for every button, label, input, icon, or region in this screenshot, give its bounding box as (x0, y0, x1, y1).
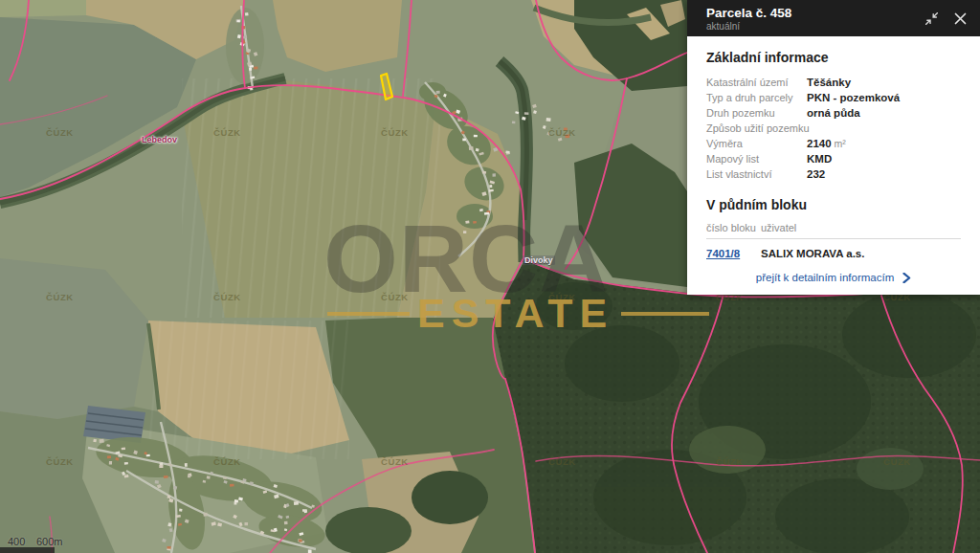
info-label: Mapový list (706, 151, 807, 166)
info-unit: m² (835, 136, 846, 151)
info-row: Mapový list KMD (706, 151, 961, 166)
soil-block-table-header: číslo bloku uživatel (706, 222, 961, 239)
chevron-right-icon (902, 273, 911, 283)
info-value: 232 (807, 166, 825, 182)
info-value: PKN - pozemková (807, 90, 900, 105)
parcel-info-panel: Parcela č. 458 aktuální Základní informa… (687, 0, 980, 295)
info-label: Katastrální území (706, 75, 807, 90)
info-value: orná půda (807, 105, 860, 121)
info-row: List vlastnictví 232 (706, 166, 961, 182)
info-value: Těšánky (807, 75, 851, 90)
info-row: Typ a druh parcely PKN - pozemková (706, 90, 961, 105)
collapse-icon[interactable] (924, 11, 938, 25)
panel-title: Parcela č. 458 (706, 6, 791, 21)
scale-tick-400: 400 (8, 536, 25, 547)
info-label: Typ a druh parcely (706, 90, 807, 105)
column-block-number: číslo bloku (706, 222, 761, 233)
table-row: 7401/8 SALIX MORAVA a.s. (706, 239, 961, 259)
info-label: Druh pozemku (706, 105, 807, 121)
column-user: uživatel (761, 222, 796, 233)
detail-link-label: přejít k detailním informacím (756, 272, 894, 283)
info-row: Výměra 2140 m² (706, 136, 961, 151)
soil-block-rows: 7401/8 SALIX MORAVA a.s. (706, 239, 961, 259)
soil-block-heading: V půdním bloku (706, 197, 961, 212)
basic-info-heading: Základní informace (706, 50, 961, 65)
basic-info-rows: Katastrální území Těšánky Typ a druh par… (706, 75, 961, 182)
close-icon[interactable] (953, 11, 967, 25)
info-row: Katastrální území Těšánky (706, 75, 961, 90)
detail-link[interactable]: přejít k detailním informacím (706, 272, 961, 283)
info-row: Druh pozemku orná půda (706, 105, 961, 121)
info-value: KMD (807, 151, 832, 166)
info-label: Způsob užití pozemku (706, 121, 807, 136)
block-number-link[interactable]: 7401/8 (706, 248, 761, 259)
info-value: 2140 (807, 136, 832, 151)
scale-bar (0, 547, 55, 553)
info-label: List vlastnictví (706, 166, 807, 182)
panel-header: Parcela č. 458 aktuální (687, 0, 980, 36)
info-label: Výměra (706, 136, 807, 151)
block-user: SALIX MORAVA a.s. (761, 248, 864, 259)
panel-subtitle: aktuální (706, 21, 791, 33)
scale-tick-600m: 600m (36, 536, 63, 547)
info-row: Způsob užití pozemku (706, 121, 961, 136)
